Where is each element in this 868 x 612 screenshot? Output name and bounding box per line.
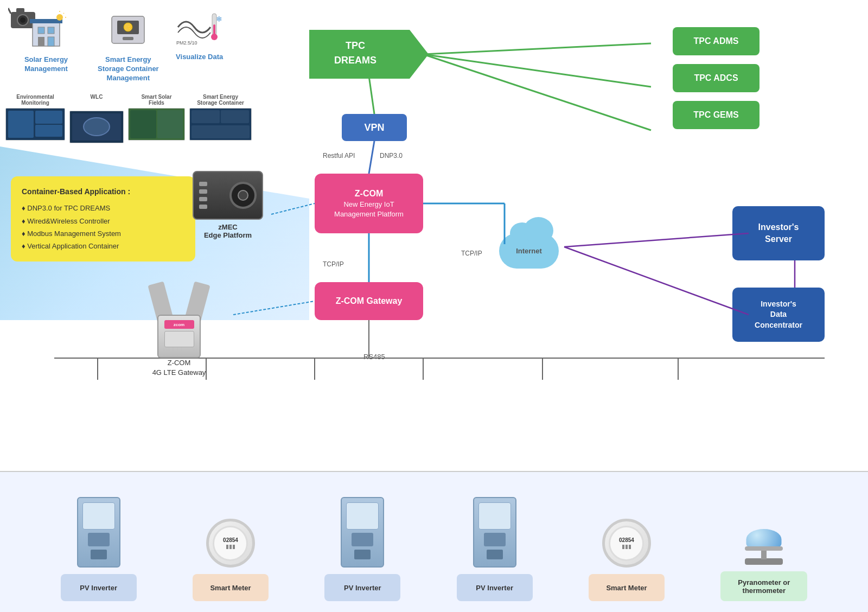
pv-device-visual-2 bbox=[341, 497, 384, 568]
zcom-pink-text: Z-COM New Energy IoT Management Platform bbox=[334, 188, 404, 220]
tpc-right-boxes: TPC ADMS TPC ADCS TPC GEMS bbox=[673, 27, 760, 129]
pv-label-box: PV Inverter bbox=[61, 574, 137, 601]
zcom-device-label: Z-COM4G LTE Gateway bbox=[152, 358, 206, 378]
pv-label: PV Inverter bbox=[80, 584, 117, 592]
zmec-port bbox=[199, 205, 207, 209]
svg-point-43 bbox=[211, 34, 218, 40]
smart-storage-label: Smart EnergyStorage Container bbox=[197, 94, 244, 106]
bottom-devices: PV Inverter 02854 Smart Meter bbox=[0, 472, 868, 612]
zmec-ports bbox=[199, 182, 207, 209]
visualize-icon: ❄ PM2.5/10 bbox=[175, 11, 224, 48]
env-monitoring-label: EnvironmentalMonitoring bbox=[16, 94, 54, 106]
svg-line-2 bbox=[423, 54, 651, 87]
svg-marker-46 bbox=[309, 30, 429, 79]
pv-inverter-3: PV Inverter bbox=[457, 497, 533, 601]
svg-text:❄: ❄ bbox=[216, 15, 222, 23]
visualize-icon-group: ❄ PM2.5/10 Visualize Data bbox=[175, 11, 224, 62]
tpc-adms-box: TPC ADMS bbox=[673, 27, 760, 55]
zcom-gateway-device: zcom bbox=[152, 282, 206, 358]
storage-icon-group: ⚡ Smart EnergyStorage ContainerManagemen… bbox=[98, 11, 159, 83]
storage-label: Smart EnergyStorage ContainerManagement bbox=[98, 55, 159, 83]
svg-line-17 bbox=[564, 247, 749, 315]
smart-meter-2: 02854 Smart Meter bbox=[589, 519, 665, 601]
pyranometer-label: Pyranometer or thermometer bbox=[720, 578, 807, 595]
container-app-list: DNP3.0 for TPC DREAMS Wired&Wireless Con… bbox=[22, 202, 184, 253]
tcpip2-label: TCP/IP bbox=[461, 250, 482, 257]
pv-inverter-2: PV Inverter bbox=[324, 497, 400, 601]
solar-building-icon bbox=[24, 11, 68, 51]
tcpip1-label: TCP/IP bbox=[323, 260, 344, 268]
svg-line-3 bbox=[423, 54, 651, 130]
investor-data-box: Investor'sDataConcentrator bbox=[732, 288, 825, 342]
svg-line-34 bbox=[63, 13, 64, 14]
visualize-label: Visualize Data bbox=[176, 53, 223, 62]
investor-server-text: Investor'sServer bbox=[758, 221, 799, 246]
zmec-port bbox=[199, 189, 207, 194]
container-app-box: Container-Based Application : DNP3.0 for… bbox=[11, 176, 195, 262]
svg-line-16 bbox=[564, 233, 749, 247]
pyranometer-visual bbox=[737, 511, 791, 565]
wlc-group: WLC bbox=[69, 94, 124, 143]
solar-label: Solar Energy Management bbox=[11, 55, 81, 74]
tpc-adcs-box: TPC ADCS bbox=[673, 64, 760, 92]
pv-device-visual bbox=[77, 497, 120, 568]
pyranometer: Pyranometer or thermometer bbox=[720, 511, 807, 601]
pv-label-box-2: PV Inverter bbox=[324, 574, 400, 601]
pv-label-2: PV Inverter bbox=[344, 584, 381, 592]
zmec-port bbox=[199, 197, 207, 201]
svg-text:TPC: TPC bbox=[346, 40, 365, 51]
zcom-gateway-box: Z-COM Gateway bbox=[315, 282, 423, 320]
meter-label-box-2: Smart Meter bbox=[589, 574, 665, 601]
smart-storage-group: Smart EnergyStorage Container bbox=[189, 94, 252, 141]
list-item: Vertical Application Container bbox=[22, 240, 184, 252]
svg-line-0 bbox=[369, 76, 374, 114]
meter-label-box: Smart Meter bbox=[193, 574, 269, 601]
meter-label-2: Smart Meter bbox=[606, 584, 647, 592]
zmec-device bbox=[193, 171, 263, 220]
meter-visual: 02854 bbox=[206, 519, 255, 568]
env-monitoring-thumb bbox=[5, 108, 65, 141]
svg-text:⚡: ⚡ bbox=[126, 24, 133, 31]
list-item: Modbus Management System bbox=[22, 227, 184, 240]
svg-rect-28 bbox=[48, 27, 54, 34]
restful-api-label: Restful API bbox=[323, 152, 355, 160]
meter-reading: 02854 bbox=[223, 537, 238, 543]
container-app-title: Container-Based Application : bbox=[22, 185, 184, 199]
svg-text:DREAMS: DREAMS bbox=[334, 55, 376, 66]
storage-icon: ⚡ bbox=[106, 11, 150, 51]
svg-rect-29 bbox=[38, 37, 44, 46]
env-monitoring-group: EnvironmentalMonitoring bbox=[5, 94, 65, 141]
list-item: Wired&Wireless Controller bbox=[22, 215, 184, 227]
smart-solar-thumb bbox=[128, 108, 185, 141]
investor-server-box: Investor'sServer bbox=[732, 206, 825, 260]
smart-solar-group: Smart SolarFields bbox=[128, 94, 185, 141]
pv-inverter-1: PV Inverter bbox=[61, 497, 137, 601]
bottom-section: PV Inverter 02854 Smart Meter bbox=[0, 471, 868, 612]
zmec-fan-inner bbox=[238, 190, 248, 201]
svg-rect-27 bbox=[38, 27, 44, 34]
investor-data-text: Investor'sDataConcentrator bbox=[755, 299, 802, 331]
zmec-port bbox=[199, 182, 207, 186]
zmec-label: zMECEdge Platform bbox=[193, 223, 263, 239]
zcom-pink-box: Z-COM New Energy IoT Management Platform bbox=[315, 174, 423, 233]
rs485-label: RS485 bbox=[363, 353, 385, 361]
dnp-label: DNP3.0 bbox=[380, 152, 403, 160]
zmec-section: zMECEdge Platform bbox=[193, 171, 263, 239]
tpc-gems-box: TPC GEMS bbox=[673, 101, 760, 129]
list-item: DNP3.0 for TPC DREAMS bbox=[22, 202, 184, 214]
wlc-thumb bbox=[69, 111, 124, 143]
cloud-shape: Internet bbox=[499, 233, 559, 269]
svg-rect-30 bbox=[48, 37, 54, 46]
wlc-label: WLC bbox=[91, 94, 103, 100]
svg-rect-26 bbox=[33, 22, 60, 46]
pv-device-visual-3 bbox=[473, 497, 516, 568]
internet-cloud: Internet bbox=[499, 233, 559, 269]
svg-text:PM2.5/10: PM2.5/10 bbox=[176, 40, 197, 46]
pyranometer-label-box: Pyranometer or thermometer bbox=[720, 571, 807, 601]
pv-label-3: PV Inverter bbox=[476, 584, 513, 592]
svg-line-1 bbox=[423, 43, 651, 54]
tpc-dreams-section: TPC DREAMS bbox=[309, 30, 429, 79]
zcom-device-section: zcom Z-COM4G LTE Gateway bbox=[152, 282, 206, 378]
zmec-fan bbox=[229, 182, 257, 209]
meter-reading-2: 02854 bbox=[619, 537, 634, 543]
